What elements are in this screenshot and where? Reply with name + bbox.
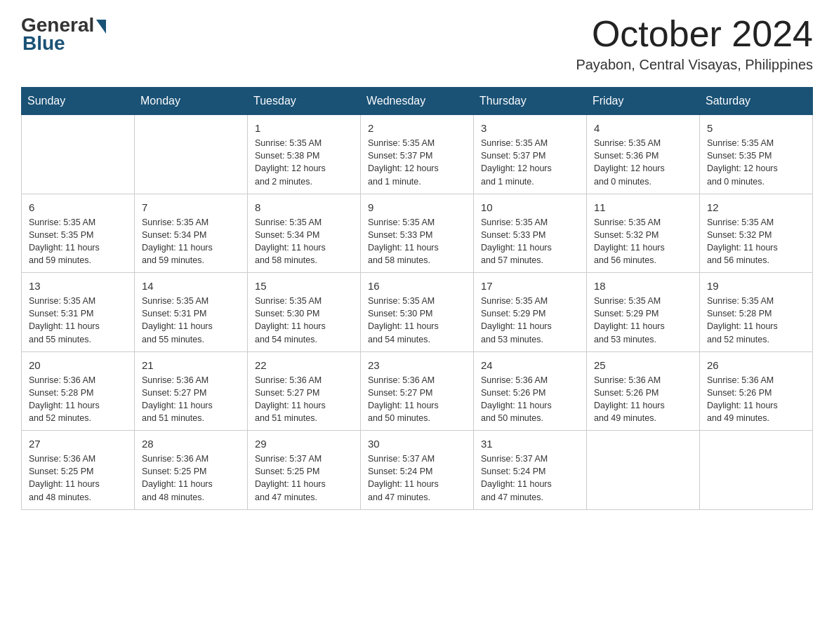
day-info: Sunrise: 5:35 AM Sunset: 5:37 PM Dayligh… [481,137,579,188]
day-number: 25 [594,358,692,373]
calendar-cell [22,115,135,194]
day-number: 1 [255,121,353,135]
day-info: Sunrise: 5:35 AM Sunset: 5:37 PM Dayligh… [368,137,466,188]
day-info: Sunrise: 5:36 AM Sunset: 5:26 PM Dayligh… [707,374,805,425]
day-info: Sunrise: 5:37 AM Sunset: 5:25 PM Dayligh… [255,452,353,504]
day-info: Sunrise: 5:35 AM Sunset: 5:36 PM Dayligh… [594,137,692,188]
calendar-cell: 9Sunrise: 5:35 AM Sunset: 5:33 PM Daylig… [361,194,474,273]
day-info: Sunrise: 5:35 AM Sunset: 5:35 PM Dayligh… [707,137,805,188]
day-number: 16 [368,279,466,293]
day-number: 15 [255,279,353,293]
calendar-cell: 3Sunrise: 5:35 AM Sunset: 5:37 PM Daylig… [474,115,587,194]
weekday-header-monday: Monday [135,88,248,115]
day-info: Sunrise: 5:35 AM Sunset: 5:31 PM Dayligh… [142,295,240,346]
logo-blue-text: Blue [22,32,65,55]
day-number: 10 [481,200,579,215]
calendar-cell: 11Sunrise: 5:35 AM Sunset: 5:32 PM Dayli… [587,194,700,273]
logo: General Blue [21,14,106,55]
day-number: 23 [368,358,466,373]
weekday-header-wednesday: Wednesday [361,88,474,115]
day-info: Sunrise: 5:36 AM Sunset: 5:26 PM Dayligh… [594,374,692,425]
day-info: Sunrise: 5:35 AM Sunset: 5:28 PM Dayligh… [707,295,805,346]
day-info: Sunrise: 5:35 AM Sunset: 5:32 PM Dayligh… [594,216,692,267]
calendar-cell: 1Sunrise: 5:35 AM Sunset: 5:38 PM Daylig… [248,115,361,194]
location-title: Payabon, Central Visayas, Philippines [576,57,813,73]
calendar-cell: 23Sunrise: 5:36 AM Sunset: 5:27 PM Dayli… [361,351,474,431]
day-number: 11 [594,200,692,215]
calendar-week-row: 13Sunrise: 5:35 AM Sunset: 5:31 PM Dayli… [22,273,813,352]
calendar-cell: 13Sunrise: 5:35 AM Sunset: 5:31 PM Dayli… [22,273,135,352]
calendar-cell [700,431,813,510]
month-title: October 2024 [576,14,813,54]
weekday-header-saturday: Saturday [700,88,813,115]
calendar-cell: 12Sunrise: 5:35 AM Sunset: 5:32 PM Dayli… [700,194,813,273]
calendar-cell: 20Sunrise: 5:36 AM Sunset: 5:28 PM Dayli… [22,351,135,431]
calendar-cell: 4Sunrise: 5:35 AM Sunset: 5:36 PM Daylig… [587,115,700,194]
day-number: 8 [255,200,353,215]
day-info: Sunrise: 5:35 AM Sunset: 5:33 PM Dayligh… [368,216,466,267]
day-number: 26 [707,358,805,373]
day-number: 18 [594,279,692,293]
calendar-cell: 16Sunrise: 5:35 AM Sunset: 5:30 PM Dayli… [361,273,474,352]
day-number: 31 [481,436,579,451]
day-number: 5 [707,121,805,135]
weekday-header-friday: Friday [587,88,700,115]
day-info: Sunrise: 5:35 AM Sunset: 5:30 PM Dayligh… [368,295,466,346]
day-info: Sunrise: 5:36 AM Sunset: 5:28 PM Dayligh… [29,374,127,425]
calendar-week-row: 27Sunrise: 5:36 AM Sunset: 5:25 PM Dayli… [22,431,813,510]
calendar-cell [135,115,248,194]
day-number: 9 [368,200,466,215]
calendar-cell: 14Sunrise: 5:35 AM Sunset: 5:31 PM Dayli… [135,273,248,352]
calendar-week-row: 20Sunrise: 5:36 AM Sunset: 5:28 PM Dayli… [22,351,813,431]
day-number: 13 [29,279,127,293]
calendar-cell: 10Sunrise: 5:35 AM Sunset: 5:33 PM Dayli… [474,194,587,273]
calendar-cell: 24Sunrise: 5:36 AM Sunset: 5:26 PM Dayli… [474,351,587,431]
page-header: General Blue October 2024 Payabon, Centr… [21,14,813,73]
weekday-header-tuesday: Tuesday [248,88,361,115]
weekday-header-sunday: Sunday [22,88,135,115]
day-info: Sunrise: 5:36 AM Sunset: 5:27 PM Dayligh… [142,374,240,425]
day-info: Sunrise: 5:36 AM Sunset: 5:25 PM Dayligh… [29,452,127,504]
day-number: 28 [142,436,240,451]
day-info: Sunrise: 5:37 AM Sunset: 5:24 PM Dayligh… [481,452,579,504]
day-info: Sunrise: 5:35 AM Sunset: 5:35 PM Dayligh… [29,216,127,267]
day-info: Sunrise: 5:35 AM Sunset: 5:29 PM Dayligh… [481,295,579,346]
calendar-table: SundayMondayTuesdayWednesdayThursdayFrid… [21,87,813,510]
day-number: 24 [481,358,579,373]
day-info: Sunrise: 5:35 AM Sunset: 5:34 PM Dayligh… [142,216,240,267]
calendar-cell: 21Sunrise: 5:36 AM Sunset: 5:27 PM Dayli… [135,351,248,431]
day-number: 12 [707,200,805,215]
calendar-week-row: 6Sunrise: 5:35 AM Sunset: 5:35 PM Daylig… [22,194,813,273]
day-number: 20 [29,358,127,373]
day-info: Sunrise: 5:36 AM Sunset: 5:27 PM Dayligh… [368,374,466,425]
day-number: 21 [142,358,240,373]
calendar-cell [587,431,700,510]
day-number: 7 [142,200,240,215]
calendar-cell: 5Sunrise: 5:35 AM Sunset: 5:35 PM Daylig… [700,115,813,194]
day-info: Sunrise: 5:35 AM Sunset: 5:31 PM Dayligh… [29,295,127,346]
day-number: 14 [142,279,240,293]
calendar-cell: 7Sunrise: 5:35 AM Sunset: 5:34 PM Daylig… [135,194,248,273]
day-info: Sunrise: 5:35 AM Sunset: 5:38 PM Dayligh… [255,137,353,188]
day-info: Sunrise: 5:35 AM Sunset: 5:30 PM Dayligh… [255,295,353,346]
calendar-header-row: SundayMondayTuesdayWednesdayThursdayFrid… [22,88,813,115]
title-section: October 2024 Payabon, Central Visayas, P… [576,14,813,73]
calendar-cell: 8Sunrise: 5:35 AM Sunset: 5:34 PM Daylig… [248,194,361,273]
calendar-cell: 30Sunrise: 5:37 AM Sunset: 5:24 PM Dayli… [361,431,474,510]
calendar-week-row: 1Sunrise: 5:35 AM Sunset: 5:38 PM Daylig… [22,115,813,194]
day-info: Sunrise: 5:36 AM Sunset: 5:27 PM Dayligh… [255,374,353,425]
day-number: 6 [29,200,127,215]
calendar-cell: 18Sunrise: 5:35 AM Sunset: 5:29 PM Dayli… [587,273,700,352]
calendar-cell: 25Sunrise: 5:36 AM Sunset: 5:26 PM Dayli… [587,351,700,431]
day-number: 17 [481,279,579,293]
calendar-cell: 15Sunrise: 5:35 AM Sunset: 5:30 PM Dayli… [248,273,361,352]
day-number: 22 [255,358,353,373]
day-info: Sunrise: 5:35 AM Sunset: 5:29 PM Dayligh… [594,295,692,346]
calendar-cell: 6Sunrise: 5:35 AM Sunset: 5:35 PM Daylig… [22,194,135,273]
day-info: Sunrise: 5:36 AM Sunset: 5:26 PM Dayligh… [481,374,579,425]
calendar-cell: 2Sunrise: 5:35 AM Sunset: 5:37 PM Daylig… [361,115,474,194]
day-number: 19 [707,279,805,293]
day-info: Sunrise: 5:35 AM Sunset: 5:34 PM Dayligh… [255,216,353,267]
day-info: Sunrise: 5:36 AM Sunset: 5:25 PM Dayligh… [142,452,240,504]
logo-arrow-icon [96,20,106,34]
